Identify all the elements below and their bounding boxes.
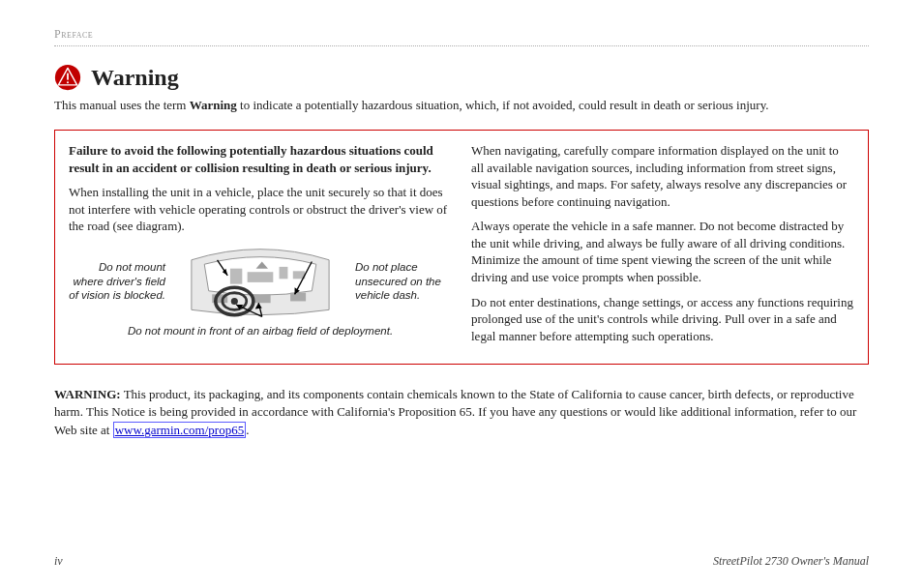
dashboard-diagram	[171, 243, 349, 320]
airbag-caption: Do not mount in front of an airbag field…	[69, 324, 452, 339]
callout-left: Do not mount where driver's field of vis…	[69, 260, 165, 302]
svg-rect-3	[230, 269, 242, 284]
section-header: Preface	[54, 27, 869, 46]
intro-text-bold: Warning	[190, 98, 237, 112]
warning-triangle-icon	[54, 64, 81, 91]
warning-box-right-column: When navigating, carefully compare infor…	[471, 142, 854, 352]
page-footer: iv StreetPilot 2730 Owner's Manual	[54, 554, 869, 569]
warning-heading-row: Warning	[54, 64, 869, 91]
no-input-driving-paragraph: Do not enter destinations, change settin…	[471, 294, 854, 345]
doc-title: StreetPilot 2730 Owner's Manual	[713, 554, 869, 569]
svg-point-13	[231, 298, 238, 305]
warning-intro: This manual uses the term Warning to ind…	[54, 97, 869, 114]
prop65-text-post: .	[246, 423, 249, 437]
mounting-diagram-block: Do not mount where driver's field of vis…	[69, 243, 452, 320]
intro-text-pre: This manual uses the term	[54, 98, 190, 112]
svg-rect-6	[280, 267, 288, 279]
install-paragraph: When installing the unit in a vehicle, p…	[69, 184, 452, 235]
hazard-bold-paragraph: Failure to avoid the following potential…	[69, 142, 452, 176]
prop65-label: WARNING:	[54, 387, 121, 401]
intro-text-post: to indicate a potentially hazardous situ…	[237, 98, 769, 112]
svg-rect-1	[67, 74, 69, 80]
prop65-link[interactable]: www.garmin.com/prop65	[113, 422, 246, 438]
svg-rect-2	[67, 81, 69, 83]
svg-rect-4	[248, 272, 274, 282]
warning-box-left-column: Failure to avoid the following potential…	[69, 142, 452, 352]
warning-title: Warning	[91, 65, 179, 91]
svg-rect-10	[290, 292, 306, 301]
nav-compare-paragraph: When navigating, carefully compare infor…	[471, 142, 854, 210]
prop65-notice: WARNING: This product, its packaging, an…	[54, 386, 869, 439]
safe-operate-paragraph: Always operate the vehicle in a safe man…	[471, 218, 854, 285]
callout-right: Do not place unsecured on the vehicle da…	[355, 260, 452, 302]
page-number: iv	[54, 554, 63, 569]
warning-box: Failure to avoid the following potential…	[54, 130, 869, 365]
